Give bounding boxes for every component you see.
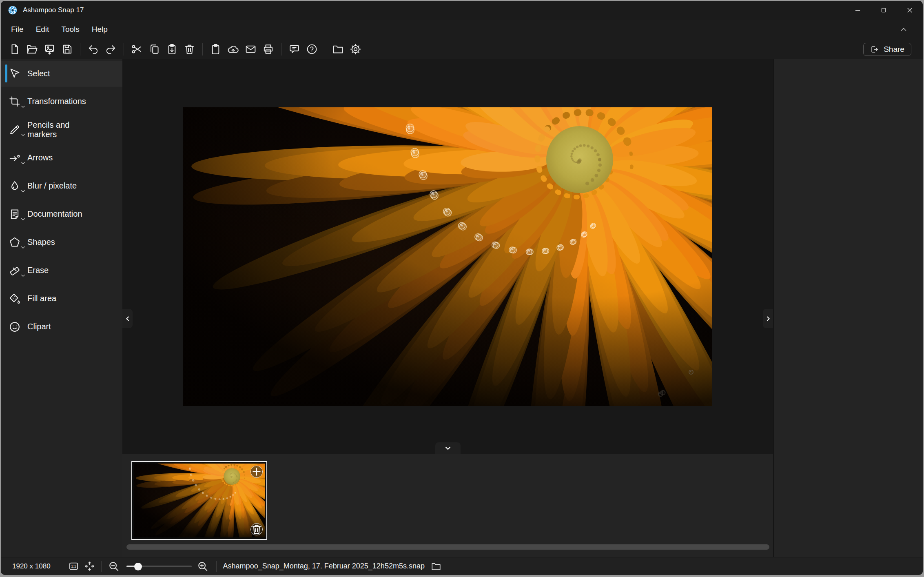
maximize-icon	[880, 7, 887, 13]
open-file-location-button[interactable]	[431, 561, 441, 572]
fill-icon	[9, 293, 21, 305]
toolbar-new-button[interactable]	[6, 42, 23, 57]
title-bar: Ashampoo Snap 17	[1, 1, 923, 20]
toolbar-settings-button[interactable]	[347, 42, 364, 57]
sidebar-item-pencils-and-markers[interactable]: Pencils and markers	[1, 115, 122, 144]
sidebar-item-select[interactable]: Select	[1, 61, 122, 86]
redo-icon	[105, 43, 117, 55]
actual-size-button[interactable]: 1:1	[68, 561, 79, 572]
sidebar-item-label: Transformations	[27, 97, 86, 106]
trash-icon	[184, 43, 195, 55]
active-item-accent	[5, 64, 7, 82]
add-capture-button[interactable]	[250, 466, 263, 478]
chevron-down-icon	[20, 160, 26, 167]
chevron-down-icon	[20, 188, 26, 195]
expand-right-panel-button[interactable]	[763, 309, 773, 328]
chevron-down-icon	[20, 273, 26, 280]
toolbar-paste-button[interactable]	[163, 42, 181, 57]
crop-icon	[9, 95, 21, 108]
menu-file[interactable]: File	[5, 20, 30, 39]
close-button[interactable]	[897, 1, 923, 20]
horizontal-scrollbar[interactable]	[126, 544, 769, 550]
minimize-button[interactable]	[844, 1, 871, 20]
toolbar-undo-button[interactable]	[84, 42, 102, 57]
printer-icon	[262, 43, 274, 55]
toolbar-delete-button[interactable]	[181, 42, 198, 57]
zoom-out-icon	[108, 560, 120, 573]
sidebar-item-documentation[interactable]: Documentation	[1, 200, 122, 228]
toolbar-print-button[interactable]	[259, 42, 277, 57]
zoom-in-icon	[197, 560, 209, 573]
toolbar-email-button[interactable]	[242, 42, 259, 57]
toolbar-help-button[interactable]	[303, 42, 321, 57]
scissors-icon	[131, 43, 143, 55]
gear-icon	[350, 43, 361, 55]
menu-edit[interactable]: Edit	[30, 20, 55, 39]
zoom-in-button[interactable]	[197, 560, 209, 573]
pan-button[interactable]	[84, 561, 95, 572]
toolbar-open-button[interactable]	[23, 42, 41, 57]
open-folder-icon	[26, 43, 38, 55]
sidebar-item-blur-pixelate[interactable]: Blur / pixelate	[1, 172, 122, 200]
arrow-tool-icon	[9, 152, 21, 164]
share-button-label: Share	[884, 45, 904, 54]
canvas-image[interactable]	[183, 107, 712, 406]
cursor-icon	[9, 67, 21, 80]
copy-icon	[148, 43, 160, 55]
expand-bottom-panel-button[interactable]	[435, 442, 461, 454]
sidebar-item-label: Blur / pixelate	[27, 181, 77, 191]
sidebar-item-arrows[interactable]: Arrows	[1, 144, 122, 172]
zoom-slider[interactable]	[126, 562, 192, 570]
image-export-icon	[44, 43, 55, 55]
toolbar-cloud-upload-button[interactable]	[224, 42, 242, 57]
clipboard-icon	[210, 43, 222, 55]
pencil-icon	[9, 124, 21, 136]
toolbar-redo-button[interactable]	[102, 42, 120, 57]
droplet-icon-wrap	[9, 180, 27, 193]
chevron-down-icon	[20, 244, 26, 252]
document-icon-wrap	[9, 208, 27, 221]
collapse-left-panel-button[interactable]	[122, 309, 133, 328]
folder-icon	[332, 43, 344, 55]
trash-icon	[251, 524, 262, 535]
pencil-icon-wrap	[9, 123, 27, 136]
zoom-out-button[interactable]	[108, 560, 120, 573]
eraser-icon	[9, 264, 21, 277]
toolbar-export-image-button[interactable]	[41, 42, 58, 57]
toolbar-cut-button[interactable]	[128, 42, 146, 57]
share-icon	[870, 45, 879, 54]
document-icon	[9, 208, 21, 220]
menubar-collapse-button[interactable]	[897, 24, 911, 34]
chevron-up-icon	[899, 25, 908, 34]
pentagon-icon-wrap	[9, 236, 27, 249]
sidebar-item-fill-area[interactable]: Fill area	[1, 284, 122, 313]
chevron-down-icon	[20, 132, 26, 139]
sidebar-item-erase[interactable]: Erase	[1, 256, 122, 284]
chevron-down-icon	[20, 104, 26, 111]
toolbar-clipboard-button[interactable]	[207, 42, 224, 57]
maximize-button[interactable]	[871, 1, 897, 20]
toolbar-copy-button[interactable]	[146, 42, 163, 57]
thumbnail-item[interactable]	[131, 461, 267, 540]
thumbnail-image	[134, 464, 265, 537]
close-icon	[906, 7, 913, 14]
toolbar-separator	[325, 43, 325, 55]
chevron-right-icon	[764, 315, 772, 322]
fill-icon-wrap	[9, 292, 27, 305]
save-icon	[61, 43, 73, 55]
toolbar-save-button[interactable]	[58, 42, 76, 57]
canvas-area	[122, 59, 773, 454]
sidebar-item-clipart[interactable]: Clipart	[1, 313, 122, 341]
share-button[interactable]: Share	[863, 43, 911, 56]
toolbar-feedback-button[interactable]	[286, 42, 303, 57]
sidebar-item-shapes[interactable]: Shapes	[1, 228, 122, 256]
menu-help[interactable]: Help	[86, 20, 114, 39]
sidebar-item-transformations[interactable]: Transformations	[1, 87, 122, 115]
delete-capture-button[interactable]	[250, 523, 263, 535]
toolbar-captures-folder-button[interactable]	[329, 42, 347, 57]
smiley-icon-wrap	[9, 320, 27, 333]
chevron-left-icon	[124, 315, 131, 322]
current-file-name: Ashampoo_Snap_Montag, 17. Februar 2025_1…	[223, 562, 425, 570]
zoom-slider-thumb[interactable]	[134, 563, 142, 570]
menu-tools[interactable]: Tools	[55, 20, 85, 39]
